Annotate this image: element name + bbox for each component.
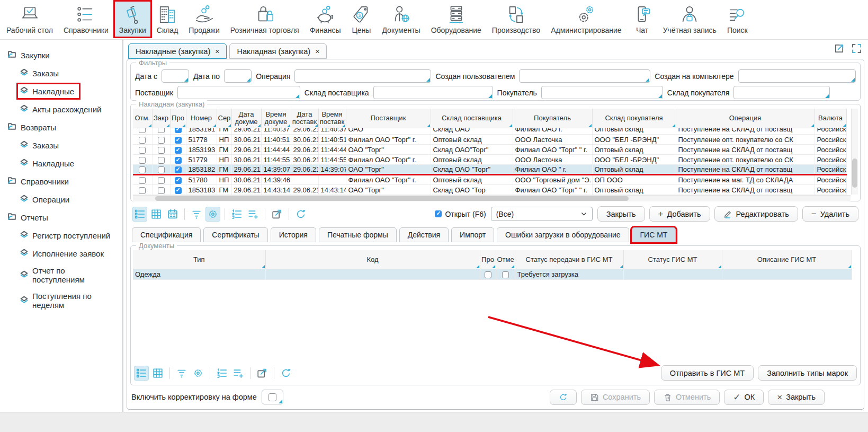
filter-input-supplier[interactable] [177,86,300,99]
sidebar-item-receipts-report[interactable]: Отчет по поступлениям [4,262,122,288]
cancel-button[interactable]: Отменить [654,390,720,405]
detail-tab-equipment-load-errors[interactable]: Ошибки загрузки в оборудование [497,227,629,242]
refresh-icon[interactable] [293,207,308,222]
sidebar-item-discrepancy-acts[interactable]: Акты расхождений [4,100,122,118]
open-external-icon[interactable] [270,207,284,222]
topbar-item-purchases[interactable]: Закупки [115,2,150,37]
numbered-list-icon[interactable] [214,366,229,381]
row-checkbox-marked[interactable] [139,187,146,194]
detail-tab-import[interactable]: Импорт [451,227,494,242]
close-button[interactable]: ×Закрыть [768,390,825,405]
column-header-closed[interactable]: Закр [152,109,170,128]
row-checkbox-posted[interactable] [175,128,182,134]
topbar-item-equipment[interactable]: Оборудование [427,2,486,37]
calendar-icon[interactable] [165,207,180,222]
grid-icon[interactable] [149,207,164,222]
row-checkbox-marked[interactable] [139,166,146,173]
row-checkbox-posted[interactable] [175,147,182,154]
column-header-supplier[interactable]: Поставщик [346,109,431,128]
row-checkbox-posted[interactable] [175,177,182,184]
filter-icon[interactable] [189,207,204,222]
row-checkbox-closed[interactable] [158,166,165,173]
sidebar-item-return-invoices[interactable]: Накладные [4,154,122,172]
column-header-code[interactable]: Код [265,250,480,269]
detail-tab-certificates[interactable]: Сертификаты [203,227,267,242]
list-view-icon[interactable] [132,207,147,222]
tab-invoice[interactable]: Накладная (закупка)× [229,43,327,59]
open-in-window-icon[interactable] [834,42,846,57]
fullscreen-icon[interactable] [851,42,863,57]
scrollbar-thumb[interactable] [852,158,857,188]
gear-icon[interactable] [191,366,205,381]
row-checkbox-marked[interactable] [139,137,146,144]
filter-input-created-by-user[interactable] [519,69,650,83]
table-row[interactable]: 1853191ГМ29.06.2111:40:3729.06.2111:40:3… [133,128,846,135]
row-checkbox-posted[interactable] [175,187,182,194]
table-row[interactable]: 1853193ГМ29.06.2111:44:4429.06.2111:44:4… [133,145,846,155]
topbar-item-directories[interactable]: Справочники [59,2,113,37]
add-button[interactable]: +Добавить [649,206,710,222]
close-tab-icon[interactable]: × [215,47,219,56]
row-checkbox-closed[interactable] [158,128,165,134]
topbar-item-sales[interactable]: Продажи [184,2,223,37]
row-checkbox-closed[interactable] [158,137,165,144]
topbar-item-prices[interactable]: $Цены [347,2,375,37]
add-list-icon[interactable] [231,366,246,381]
filter-input-buyer-warehouse[interactable] [733,86,830,99]
row-checkbox-closed[interactable] [158,177,165,184]
column-header-doc-time[interactable]: Времядокуме [261,109,291,128]
column-header-doc-date[interactable]: Датадокуме [231,109,261,128]
detail-tab-specification[interactable]: Спецификация [132,227,201,242]
filter-input-date-to[interactable] [224,69,252,83]
filter-input-operation[interactable] [294,69,431,83]
sidebar-item-operations[interactable]: Операции [4,190,122,208]
table-row[interactable]: ОдеждаТребуется загрузка [133,269,852,279]
detail-tab-actions[interactable]: Действия [399,227,449,242]
column-header-supply-date[interactable]: Датапоставк [291,109,318,128]
refresh-icon[interactable] [279,366,293,381]
edit-button[interactable]: Редактировать [714,206,798,222]
filter-icon[interactable] [174,366,189,381]
column-header-canceled[interactable]: Отме [496,250,515,269]
tree-group-returns[interactable]: Возвраты [4,118,122,136]
filter-input-buyer[interactable] [541,86,663,99]
row-checkbox-marked[interactable] [139,147,146,154]
filter-input-created-on-computer[interactable] [738,69,856,83]
column-header-supplier-warehouse[interactable]: Склад поставщика [431,109,513,128]
horizontal-scrollbar[interactable] [133,195,851,201]
vertical-scrollbar[interactable] [851,109,858,195]
row-checkbox-marked[interactable] [139,177,146,184]
row-checkbox-marked[interactable] [139,128,146,134]
send-to-gis-mt-button[interactable]: Отправить в ГИС МТ [661,365,754,381]
column-header-type[interactable]: Тип [133,250,265,269]
column-header-operation[interactable]: Операция [676,109,815,128]
table-row[interactable]: 1853182ГМ29.06.2114:39:0729.06.2114:39:0… [133,165,846,175]
checkbox[interactable] [269,393,276,401]
filter-select[interactable]: (Все) [491,207,593,221]
sidebar-item-return-orders[interactable]: Заказы [4,136,122,154]
tree-group-directories[interactable]: Справочники [4,172,122,190]
scrollbar-thumb[interactable] [155,196,629,201]
open-f6-checkbox[interactable]: Открыт (F6) [435,210,486,218]
add-list-icon[interactable] [246,207,261,222]
filter-input-supplier-warehouse[interactable] [373,86,493,99]
column-header-number[interactable]: Номер [186,109,217,128]
tree-group-reports[interactable]: Отчеты [4,208,122,226]
row-checkbox-posted[interactable] [175,137,182,144]
topbar-item-search[interactable]: Поиск [723,2,752,37]
sidebar-item-receipts-register[interactable]: Регистр поступлений [4,226,122,244]
row-checkbox-closed[interactable] [158,157,165,164]
list-view-icon[interactable] [134,366,149,381]
column-header-gis-transfer-status[interactable]: Статус передачи в ГИС МТ [515,250,623,269]
topbar-item-finance[interactable]: Финансы [306,2,345,37]
column-header-gis-status[interactable]: Статус ГИС МТ [623,250,722,269]
refresh-button[interactable] [550,390,577,405]
column-header-buyer-warehouse[interactable]: Склад покупателя [592,109,676,128]
sidebar-item-requests-execution[interactable]: Исполнение заявок [4,244,122,262]
save-button[interactable]: Сохранить [581,390,650,405]
column-header-buyer[interactable]: Покупатель [513,109,592,128]
tab-invoices-list[interactable]: Накладные (закупка)× [128,43,227,59]
row-checkbox-closed[interactable] [158,147,165,154]
table-row[interactable]: 51779НП30.06.2111:44:5530.06.2111:44:55Ф… [133,155,846,165]
table-row[interactable]: 51778НП30.06.2111:40:5130.06.2111:40:51Ф… [133,135,846,145]
